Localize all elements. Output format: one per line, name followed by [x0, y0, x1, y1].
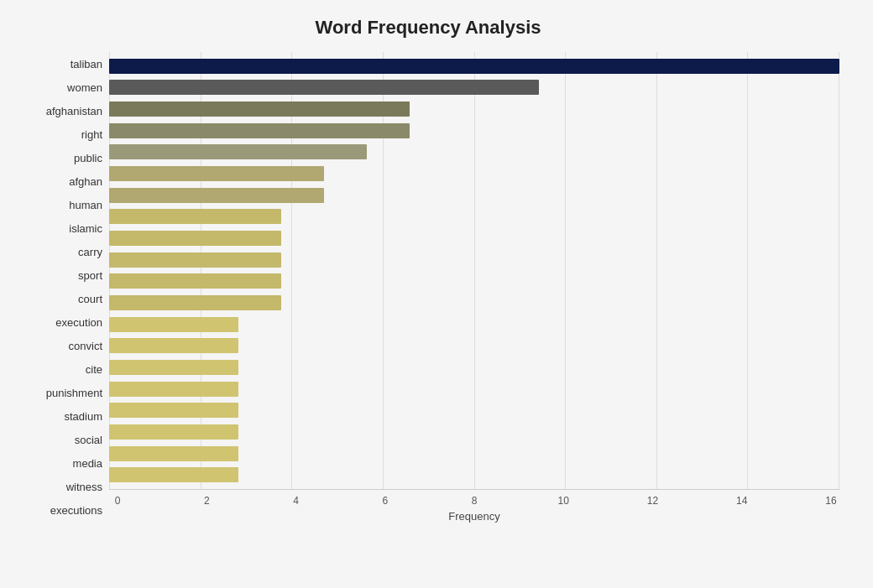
y-label: women	[67, 82, 102, 93]
bar-row	[109, 249, 839, 271]
y-label: human	[69, 200, 102, 211]
bar-row	[109, 314, 839, 336]
y-label: carry	[78, 247, 102, 258]
y-label: afghanistan	[46, 106, 102, 117]
chart-container: Word Frequency Analysis talibanwomenafgh…	[0, 0, 873, 588]
bar	[109, 231, 281, 246]
y-label: convict	[69, 341, 102, 351]
y-label: islamic	[69, 223, 102, 234]
chart-area: talibanwomenafghanistanrightpublicafghan…	[17, 52, 839, 523]
bar-row	[109, 421, 839, 443]
plot-area	[109, 52, 839, 490]
bar	[109, 59, 839, 74]
y-label: media	[73, 458, 102, 469]
x-axis-label: 4	[288, 495, 305, 507]
bar	[109, 166, 324, 181]
y-label: execution	[55, 317, 102, 328]
y-label: stadium	[64, 411, 102, 422]
y-label: cite	[86, 364, 102, 375]
bar	[109, 188, 324, 203]
x-axis-label: 14	[734, 495, 750, 507]
chart-title: Word Frequency Analysis	[17, 17, 839, 39]
bar	[109, 360, 238, 375]
bar-row	[109, 206, 839, 228]
bar-row	[109, 400, 839, 422]
bar	[109, 295, 281, 310]
bar-row	[109, 356, 839, 378]
y-label: right	[81, 129, 102, 140]
bar	[109, 101, 410, 117]
y-label: executions	[50, 505, 102, 516]
bar-row	[109, 120, 839, 142]
bar	[109, 467, 238, 482]
bar	[109, 252, 281, 268]
y-label: social	[75, 434, 102, 445]
bar	[109, 317, 238, 332]
y-axis-labels: talibanwomenafghanistanrightpublicafghan…	[17, 52, 109, 523]
bar-row	[109, 142, 839, 164]
x-axis-label: 8	[466, 495, 483, 507]
bar-row	[109, 185, 839, 206]
bar	[109, 403, 238, 418]
bar-row	[109, 292, 839, 314]
x-axis-label: 0	[109, 495, 126, 507]
bar	[109, 123, 410, 138]
x-axis-title: Frequency	[109, 510, 839, 523]
y-label: witness	[66, 481, 102, 492]
x-axis-label: 12	[645, 495, 661, 507]
x-axis-label: 2	[198, 495, 215, 507]
y-label: afghan	[69, 176, 102, 187]
bar	[109, 273, 281, 289]
bar	[109, 209, 281, 224]
bar-row	[109, 464, 839, 486]
bar	[109, 424, 238, 440]
bar	[109, 382, 238, 397]
y-label: sport	[78, 270, 102, 281]
bar-row	[109, 163, 839, 185]
bar-row	[109, 98, 839, 120]
x-axis-label: 10	[555, 495, 572, 507]
bar-row	[109, 77, 839, 99]
y-label: public	[74, 153, 102, 164]
y-label: taliban	[71, 59, 102, 70]
y-label: court	[78, 294, 102, 304]
bar-row	[109, 55, 839, 77]
bar	[109, 446, 238, 461]
x-axis-label: 16	[823, 495, 839, 507]
x-axis-labels: 0246810121416	[109, 490, 839, 507]
bar-row	[109, 378, 839, 400]
x-axis-label: 6	[377, 495, 394, 507]
bar	[109, 338, 238, 353]
bars-wrapper	[109, 52, 839, 489]
bar-row	[109, 443, 839, 465]
bar	[109, 144, 367, 159]
bar-row	[109, 336, 839, 357]
bar	[109, 80, 539, 95]
bar-row	[109, 227, 839, 249]
bars-and-axes: 0246810121416 Frequency	[109, 52, 839, 523]
y-label: punishment	[46, 388, 102, 398]
bar-row	[109, 271, 839, 293]
